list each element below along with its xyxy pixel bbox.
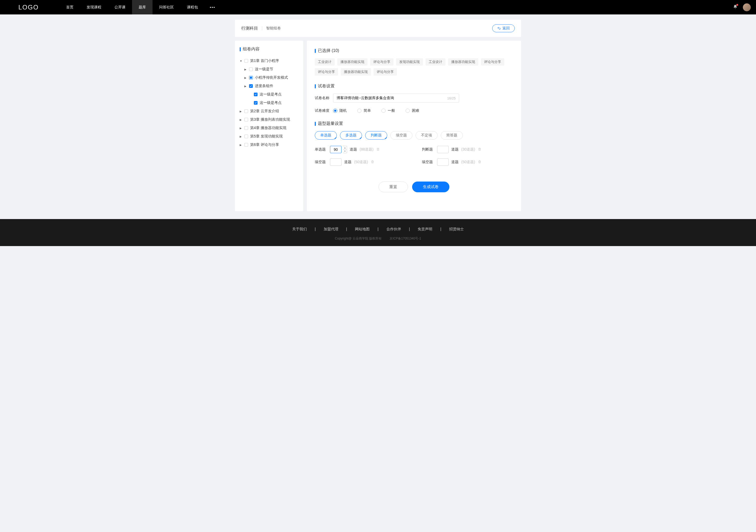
tree-checkbox[interactable]: [244, 118, 248, 121]
trash-icon[interactable]: [478, 147, 481, 152]
quantity-grid: 单选题▲▼道题(88道题)判断题道题(30道题)填空题道题(50道题)填空题道题…: [315, 146, 513, 166]
tree-node[interactable]: ▶这一级是节: [244, 65, 298, 73]
type-button[interactable]: 填空题: [390, 131, 412, 139]
selected-tag[interactable]: 评论与分享: [373, 68, 397, 76]
selected-tag[interactable]: 播放器功能实现: [341, 68, 371, 76]
radio-label: 随机: [339, 108, 347, 113]
selected-tag[interactable]: 发现功能实现: [396, 58, 423, 65]
tree-checkbox[interactable]: [244, 135, 248, 138]
caret-down-icon[interactable]: ▼: [240, 60, 242, 63]
qty-unit: 道题: [344, 160, 351, 165]
footer-link[interactable]: 免责声明: [418, 227, 432, 232]
nav-more-icon[interactable]: •••: [204, 5, 221, 10]
type-button[interactable]: 单选题: [315, 131, 337, 139]
page-title: 行测科目: [241, 26, 258, 31]
caret-right-icon[interactable]: ▶: [240, 127, 242, 130]
nav-item[interactable]: 题库: [132, 0, 152, 14]
difficulty-radio[interactable]: 简单: [357, 108, 371, 113]
tree-node[interactable]: ▶第6章 评论与分享: [240, 140, 298, 149]
notification-dot: [736, 4, 738, 6]
tree-node[interactable]: 这一级是考点: [249, 90, 298, 99]
trash-icon[interactable]: [371, 160, 374, 165]
tree-label: 第3章 播放列表功能实现: [250, 117, 298, 122]
type-button[interactable]: 不定项: [416, 131, 438, 139]
difficulty-radio[interactable]: 困难: [406, 108, 419, 113]
back-button[interactable]: 返回: [492, 24, 515, 32]
nav-item[interactable]: 发现课程: [80, 0, 108, 14]
selected-tag[interactable]: 评论与分享: [370, 58, 393, 65]
footer-link[interactable]: 关于我们: [292, 227, 307, 232]
tree-node[interactable]: ▶第4章 播放器功能实现: [240, 124, 298, 132]
selected-tag[interactable]: 播放器功能实现: [448, 58, 478, 65]
footer-link[interactable]: 加盟代理: [324, 227, 338, 232]
qty-max: (88道题): [360, 147, 373, 152]
nav-item[interactable]: 问答社区: [152, 0, 180, 14]
nav-item[interactable]: 首页: [60, 0, 80, 14]
tree-checkbox[interactable]: [244, 109, 248, 113]
radio-icon: [357, 109, 362, 113]
caret-right-icon[interactable]: ▶: [240, 110, 242, 113]
reset-button[interactable]: 重置: [379, 182, 408, 192]
selected-title: 已选择 (10): [315, 48, 513, 54]
type-button[interactable]: 简答题: [441, 131, 463, 139]
trash-icon[interactable]: [376, 147, 380, 152]
tree-node[interactable]: ▶第2章 云开发介绍: [240, 107, 298, 115]
tree-node[interactable]: ▼第1章 首门小程序: [240, 57, 298, 65]
selected-tag[interactable]: 工业设计: [315, 58, 335, 65]
selected-tag[interactable]: 工业设计: [425, 58, 446, 65]
step-up-icon[interactable]: ▲: [343, 146, 347, 149]
nav-item[interactable]: 课程包: [180, 0, 204, 14]
return-icon: [497, 27, 501, 30]
caret-right-icon[interactable]: ▶: [240, 135, 242, 138]
caret-right-icon[interactable]: ▶: [244, 85, 247, 88]
tree-checkbox[interactable]: [244, 59, 248, 63]
tree-label: 第2章 云开发介绍: [250, 109, 298, 114]
selected-tag[interactable]: 评论与分享: [315, 68, 338, 76]
logo: LOGO: [18, 4, 39, 11]
qty-input[interactable]: [330, 146, 341, 153]
qty-max: (30道题): [461, 147, 475, 152]
main-panel: 已选择 (10) 工业设计播放器功能实现评论与分享发现功能实现工业设计播放器功能…: [307, 41, 521, 211]
caret-right-icon[interactable]: ▶: [244, 68, 247, 71]
caret-right-icon[interactable]: ▶: [240, 143, 242, 146]
tree-node[interactable]: 这一级是考点: [249, 99, 298, 107]
page-subtitle: 智能组卷: [266, 26, 281, 31]
tree-node[interactable]: ▶小程序传统开发模式: [244, 73, 298, 82]
trash-icon[interactable]: [478, 160, 481, 165]
generate-button[interactable]: 生成试卷: [412, 182, 449, 192]
type-button[interactable]: 判断题: [365, 131, 387, 139]
caret-right-icon[interactable]: ▶: [244, 76, 247, 79]
tree-checkbox[interactable]: [249, 84, 253, 88]
tree-node[interactable]: ▶进度条组件: [244, 82, 298, 90]
back-label: 返回: [502, 26, 510, 31]
selected-tag[interactable]: 播放器功能实现: [337, 58, 367, 65]
tree-checkbox[interactable]: [244, 143, 248, 147]
tree-node[interactable]: ▶第5章 发现功能实现: [240, 132, 298, 140]
qty-input[interactable]: [437, 146, 448, 153]
tree-node[interactable]: ▶第3章 播放列表功能实现: [240, 115, 298, 124]
qty-input[interactable]: [330, 159, 341, 166]
caret-right-icon[interactable]: ▶: [240, 118, 242, 121]
tree-checkbox[interactable]: [249, 76, 253, 80]
step-down-icon[interactable]: ▼: [343, 149, 347, 153]
difficulty-radio[interactable]: 一般: [381, 108, 395, 113]
tree-checkbox[interactable]: [249, 67, 253, 71]
tree-checkbox[interactable]: [244, 126, 248, 130]
tree-checkbox[interactable]: [254, 92, 257, 96]
nav-item[interactable]: 公开课: [108, 0, 132, 14]
quantity-stepper[interactable]: ▲▼: [343, 146, 347, 153]
tree-checkbox[interactable]: [254, 101, 257, 105]
quantity-row: 判断题道题(30道题): [422, 146, 513, 153]
qty-input[interactable]: [437, 159, 448, 166]
type-settings-title: 题型题量设置: [315, 121, 513, 126]
type-button[interactable]: 多选题: [340, 131, 362, 139]
footer-link[interactable]: 网站地图: [355, 227, 369, 232]
notification-bell-icon[interactable]: [733, 5, 738, 10]
difficulty-radio[interactable]: 随机: [333, 108, 347, 113]
selected-tag[interactable]: 评论与分享: [481, 58, 504, 65]
user-avatar[interactable]: [743, 3, 751, 11]
paper-name-input[interactable]: [337, 96, 447, 100]
footer-link[interactable]: 合作伙伴: [387, 227, 401, 232]
footer-link[interactable]: 招贤纳士: [449, 227, 464, 232]
radio-label: 困难: [412, 108, 419, 113]
